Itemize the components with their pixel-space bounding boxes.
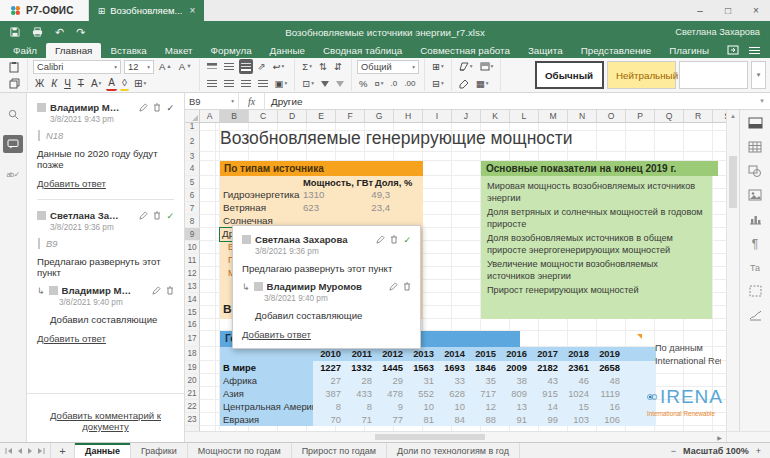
resolve-comment-icon[interactable]: ✓ (166, 103, 174, 113)
cell-settings-icon[interactable] (748, 117, 763, 129)
delete-comment-icon[interactable] (153, 211, 161, 220)
copy-icon[interactable] (7, 76, 22, 91)
filter-icon[interactable] (319, 76, 331, 91)
row-cells[interactable] (200, 123, 726, 131)
redo-icon[interactable]: ↷ (76, 26, 85, 39)
text-art-settings-icon[interactable]: Та (750, 263, 760, 273)
resolve-comment-icon[interactable]: ✓ (166, 211, 174, 221)
table-settings-icon[interactable] (748, 141, 762, 153)
shape-settings-icon[interactable] (748, 165, 762, 177)
horizontal-scrollbar[interactable]: ▶ (185, 431, 770, 442)
row-header-10[interactable]: 10 (185, 241, 200, 254)
column-header-H[interactable]: H (394, 110, 423, 122)
underline-button[interactable]: Ч (62, 76, 73, 91)
vertical-scrollbar[interactable]: ▲ (726, 110, 739, 431)
ribbon-tab-Формула[interactable]: Формула (202, 43, 261, 58)
named-ranges-icon[interactable]: ⊡▾ (300, 76, 316, 91)
column-header-M[interactable]: M (539, 110, 568, 122)
sheet-tab-Данные[interactable]: Данные (75, 443, 131, 458)
edit-reply-icon[interactable] (152, 286, 161, 295)
add-sheet-button[interactable]: + (51, 443, 75, 458)
align-right-icon[interactable] (239, 76, 253, 91)
select-all-corner[interactable] (185, 110, 200, 122)
column-header-K[interactable]: K (481, 110, 510, 122)
column-header-I[interactable]: I (423, 110, 452, 122)
row-header-23[interactable]: 23 (185, 413, 200, 426)
column-header-J[interactable]: J (452, 110, 481, 122)
row-cells[interactable] (200, 176, 726, 189)
clear-icon[interactable]: ▾ (457, 59, 475, 74)
row-cells[interactable] (200, 361, 726, 374)
cell-grid[interactable]: 1234567891011121314151617181920212223 Во… (185, 123, 726, 431)
bold-button[interactable]: Ж (33, 76, 46, 91)
spellcheck-icon[interactable]: ab✓ (3, 165, 23, 183)
scroll-up-icon[interactable]: ▲ (727, 110, 739, 121)
column-header-S[interactable]: S (713, 110, 726, 122)
ribbon-tab-Защита[interactable]: Защита (519, 43, 572, 58)
column-header-D[interactable]: D (278, 110, 307, 122)
percent-style-button[interactable]: % (357, 76, 369, 91)
delete-reply-icon[interactable] (403, 282, 411, 291)
align-bottom-icon[interactable] (239, 59, 253, 74)
delete-comment-icon[interactable] (153, 103, 161, 112)
font-name-select[interactable]: Calibri▾ (33, 60, 121, 74)
number-format-select[interactable]: Общий▾ (357, 60, 419, 74)
add-reply-link[interactable]: Добавить ответ (37, 178, 106, 189)
zoom-in-button[interactable]: + (756, 446, 761, 456)
row-cells[interactable] (200, 413, 726, 426)
ribbon-tab-Совместная работа[interactable]: Совместная работа (411, 43, 519, 58)
last-sheet-icon[interactable] (37, 447, 45, 455)
font-size-select[interactable]: 12▾ (124, 60, 154, 74)
column-header-O[interactable]: O (597, 110, 626, 122)
add-document-comment-link[interactable]: Добавить комментарий к документу (37, 410, 174, 432)
column-header-Q[interactable]: Q (655, 110, 684, 122)
row-header-13[interactable]: 13 (185, 280, 200, 293)
increase-decimal-button[interactable]: .00 (402, 76, 417, 91)
ribbon-tab-Вставка[interactable]: Вставка (101, 43, 155, 58)
gallery-expand-icon[interactable]: ▾ (751, 61, 766, 89)
formula-bar-collapse-icon[interactable]: ▾ (754, 97, 770, 105)
sheet-tab-Доли по технологиям в год[interactable]: Доли по технологиям в год (387, 443, 520, 458)
ribbon-tab-Главная[interactable]: Главная (46, 43, 101, 58)
sort-descending-icon[interactable]: ⇅ (332, 59, 344, 74)
align-left-icon[interactable] (205, 76, 219, 91)
delete-reply-icon[interactable] (166, 286, 174, 295)
edit-comment-icon[interactable] (139, 211, 148, 220)
row-header-17[interactable]: 17 (185, 331, 200, 347)
row-header-4[interactable]: 4 (185, 161, 200, 176)
row-cells[interactable] (200, 189, 726, 202)
previous-sheet-icon[interactable] (17, 447, 23, 455)
column-header-N[interactable]: N (568, 110, 597, 122)
search-icon[interactable] (3, 105, 23, 123)
formula-input[interactable]: Другие (265, 96, 754, 107)
first-sheet-icon[interactable] (5, 447, 13, 455)
close-button[interactable]: × (742, 0, 770, 21)
ribbon-tab-Данные[interactable]: Данные (261, 43, 314, 58)
row-header-12[interactable]: 12 (185, 267, 200, 280)
row-cells[interactable] (200, 152, 726, 161)
horizontal-scroll-thumb[interactable] (375, 434, 485, 440)
print-icon[interactable] (32, 27, 43, 37)
row-cells[interactable] (200, 161, 726, 176)
sheet-tab-Мощности по годам[interactable]: Мощности по годам (188, 443, 292, 458)
row-header-14[interactable]: 14 (185, 293, 200, 306)
row-header-19[interactable]: 19 (185, 361, 200, 374)
column-header-R[interactable]: R (684, 110, 713, 122)
comments-panel-icon[interactable] (3, 135, 23, 153)
autosum-button[interactable]: Σ▾ (300, 59, 314, 74)
ribbon-tab-Сводная таблица[interactable]: Сводная таблица (314, 43, 411, 58)
column-header-E[interactable]: E (307, 110, 336, 122)
row-header-11[interactable]: 11 (185, 254, 200, 267)
column-header-A[interactable]: A (200, 110, 220, 122)
row-header-6[interactable]: 6 (185, 189, 200, 202)
ribbon-tab-Макет[interactable]: Макет (156, 43, 202, 58)
decrease-font-icon[interactable]: A▼ (177, 59, 194, 74)
style-empty[interactable] (679, 61, 748, 89)
merge-cells-icon[interactable]: ▣▾ (273, 76, 290, 91)
row-header-8[interactable]: 8 (185, 215, 200, 228)
row-header-3[interactable]: 3 (185, 152, 200, 161)
ribbon-tab-Плагины[interactable]: Плагины (660, 43, 718, 58)
sheet-tab-Прирост по годам[interactable]: Прирост по годам (292, 443, 387, 458)
cell-theme-icon[interactable]: ▾ (478, 59, 496, 74)
row-cells[interactable] (200, 202, 726, 215)
